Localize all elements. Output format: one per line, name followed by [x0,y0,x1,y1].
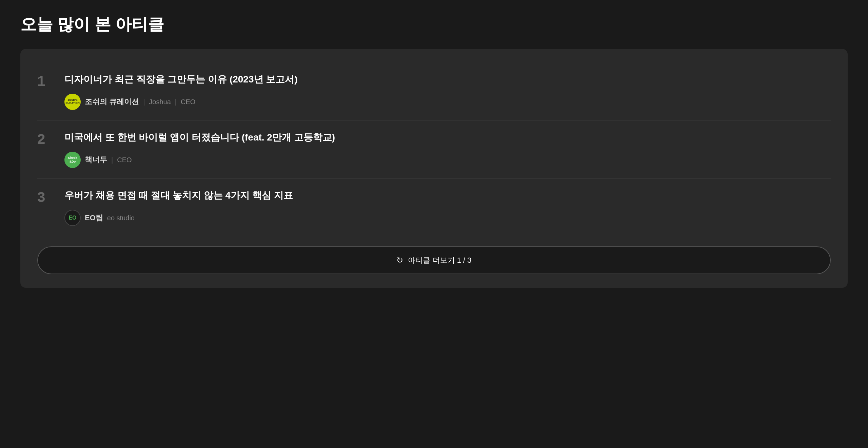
article-header-3: 3 우버가 채용 면접 때 절대 놓치지 않는 4가지 핵심 지표 [37,189,831,204]
separator-1: | [143,98,145,106]
article-number-1: 1 [37,74,54,88]
author-name-1: 조쉬의 큐레이션 [85,97,139,107]
article-title-3: 우버가 채용 면접 때 절대 놓치지 않는 4가지 핵심 지표 [64,189,293,202]
article-title-2: 미국에서 또 한번 바이럴 앱이 터졌습니다 (feat. 2만개 고등학교) [64,131,335,144]
author-sub-1: Joshua [149,98,171,106]
author-role-1: CEO [181,98,195,106]
author-sub-3: eo studio [107,214,135,222]
list-item[interactable]: 3 우버가 채용 면접 때 절대 놓치지 않는 4가지 핵심 지표 EO EO팀… [37,179,831,236]
page-title: 오늘 많이 본 아티클 [20,14,848,35]
article-list: 1 디자이너가 최근 직장을 그만두는 이유 (2023년 보고서) JOSH'… [37,62,831,236]
refresh-icon: ↻ [396,256,403,265]
separator-2: | [111,156,113,164]
article-number-3: 3 [37,190,54,204]
separator-1b: | [175,98,177,106]
article-header-2: 2 미국에서 또 한번 바이럴 앱이 터졌습니다 (feat. 2만개 고등학교… [37,131,831,146]
avatar-3: EO [64,210,81,226]
avatar-2: Check&Do [64,152,81,168]
load-more-button[interactable]: ↻ 아티클 더보기 1 / 3 [37,246,831,274]
article-header: 1 디자이너가 최근 직장을 그만두는 이유 (2023년 보고서) [37,73,831,88]
list-item[interactable]: 2 미국에서 또 한번 바이럴 앱이 터졌습니다 (feat. 2만개 고등학교… [37,120,831,179]
avatar-1: JOSH'SCURATION [64,94,81,110]
article-card: 1 디자이너가 최근 직장을 그만두는 이유 (2023년 보고서) JOSH'… [20,49,848,288]
article-meta-1: JOSH'SCURATION 조쉬의 큐레이션 | Joshua | CEO [64,94,831,110]
author-role-2: CEO [117,156,132,164]
article-title-1: 디자이너가 최근 직장을 그만두는 이유 (2023년 보고서) [64,73,298,86]
list-item[interactable]: 1 디자이너가 최근 직장을 그만두는 이유 (2023년 보고서) JOSH'… [37,62,831,120]
article-number-2: 2 [37,132,54,146]
article-meta-3: EO EO팀 eo studio [64,210,831,226]
author-name-2: 책너두 [85,155,107,165]
article-meta-2: Check&Do 책너두 | CEO [64,152,831,168]
load-more-label: 아티클 더보기 1 / 3 [408,255,471,265]
author-name-3: EO팀 [85,213,103,223]
